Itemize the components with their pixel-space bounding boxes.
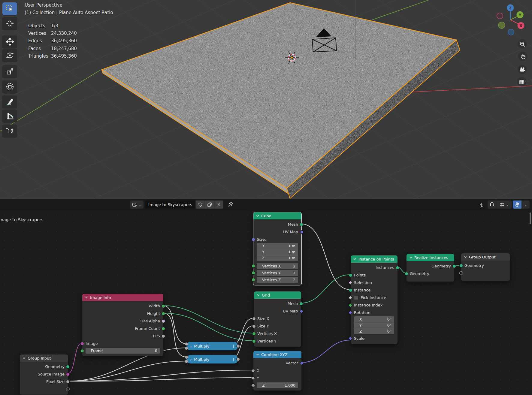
socket-cube-verticesy-in[interactable] (252, 271, 255, 275)
link-cubemesh-instance[interactable] (301, 224, 350, 290)
socket-multiply1-value-out[interactable] (236, 344, 240, 348)
link-gridmesh-points[interactable] (301, 275, 350, 303)
node-header[interactable]: Realize Instances (407, 254, 454, 261)
scrollbar[interactable] (530, 213, 531, 224)
pan-button[interactable] (518, 52, 527, 61)
gizmo-neg-x[interactable] (497, 13, 503, 19)
fake-user-button[interactable] (195, 201, 205, 209)
socket-cube-mesh-out[interactable] (300, 223, 303, 226)
orthographic-toggle-button[interactable] (517, 77, 526, 86)
socket-grid-sizex-in[interactable] (252, 317, 256, 321)
node-header[interactable]: Grid (254, 291, 301, 299)
new-copy-button[interactable] (205, 201, 214, 209)
socket-imageinfo-height-out[interactable] (162, 312, 165, 315)
node-cube[interactable]: Cube Mesh UV Map Size: X1 m Y1 m Z1 m Ve… (253, 212, 302, 285)
socket-combine-vector-out[interactable] (300, 361, 304, 365)
socket-multiply2-a-in[interactable] (185, 355, 188, 359)
navigation-gizmo[interactable]: Z Y X (494, 2, 530, 38)
socket-groupinput-geometry-out[interactable] (66, 365, 70, 369)
node-grid[interactable]: Grid Mesh UV Map Size X Size Y Vertices … (254, 291, 301, 347)
socket-multiply2-value-out[interactable] (236, 357, 240, 361)
expand-chevron-icon[interactable]: › (190, 344, 192, 348)
tool-move[interactable] (2, 35, 17, 48)
snap-target-dropdown[interactable]: ⌄ (497, 201, 512, 209)
node-header[interactable]: Group Input (20, 354, 68, 362)
tool-add-cube[interactable] (2, 125, 17, 137)
overlay-dropdown-button[interactable]: ⌄ (521, 201, 530, 209)
auto-offset-toggle-button[interactable] (513, 201, 521, 209)
node-multiply-1[interactable]: › Multiply ∥ (186, 342, 238, 351)
viewport-scene[interactable] (0, 0, 532, 199)
socket-iop-instances-out[interactable] (396, 266, 399, 270)
socket-imageinfo-framecount-out[interactable] (162, 327, 165, 330)
pick-instance-checkbox[interactable] (354, 295, 358, 300)
socket-groupoutput-geometry-in[interactable] (459, 264, 463, 267)
socket-groupoutput-virtual-in[interactable] (459, 271, 463, 275)
node-header[interactable]: Combine XYZ (253, 351, 301, 358)
node-header[interactable]: Cube (253, 212, 301, 219)
size-x-field[interactable]: X1 m (257, 243, 298, 249)
socket-imageinfo-fps-out[interactable] (162, 334, 165, 338)
camera-view-button[interactable] (518, 65, 527, 74)
socket-groupinput-virtual-out[interactable] (66, 387, 70, 391)
socket-iop-points-in[interactable] (349, 273, 352, 277)
unlink-button[interactable]: ✕ (214, 201, 223, 209)
node-realize-instances[interactable]: Realize Instances Geometry Geometry (406, 254, 455, 282)
socket-multiply2-b-in[interactable] (185, 360, 188, 363)
socket-cube-uvmap-out[interactable] (300, 230, 304, 234)
socket-combine-z-in[interactable] (251, 383, 255, 387)
link-width-multiply1[interactable] (163, 306, 186, 344)
tool-cursor[interactable] (2, 17, 17, 30)
link-pixelsize-combine-y[interactable] (68, 378, 253, 381)
size-y-field[interactable]: Y1 m (257, 249, 298, 255)
rotation-y-field[interactable]: Y0° (354, 322, 394, 328)
socket-multiply1-a-in[interactable] (185, 342, 188, 346)
node-instance-on-points[interactable]: Instance on Points Instances Points Sele… (350, 255, 398, 344)
node-header[interactable]: Image Info (82, 294, 163, 301)
socket-iop-selection-in[interactable] (348, 280, 352, 285)
node-multiply-2[interactable]: › Multiply ∥ (186, 355, 238, 364)
frame-field[interactable]: Frame0 (86, 348, 160, 354)
node-group-input[interactable]: Group Input Geometry Source Image Pixel … (20, 354, 68, 395)
socket-imageinfo-hasalpha-out[interactable] (162, 319, 165, 323)
socket-iop-instance-in[interactable] (349, 288, 352, 292)
link-width-verticesx[interactable] (163, 306, 254, 333)
socket-iop-scale-in[interactable] (348, 336, 352, 340)
socket-cube-verticesz-in[interactable] (252, 278, 255, 282)
node-image-info[interactable]: Image Info Width Height Has Alpha Frame … (82, 294, 164, 356)
socket-iop-pickinstance-in[interactable] (348, 295, 352, 300)
tool-rotate[interactable] (2, 49, 17, 62)
socket-imageinfo-width-out[interactable] (162, 304, 165, 308)
node-combine-xyz[interactable]: Combine XYZ Vector X Y Z1.000 (253, 351, 302, 391)
rotation-x-field[interactable]: X0° (354, 316, 394, 322)
link-pixelsize-multiply2[interactable] (68, 361, 186, 381)
size-z-field[interactable]: Z1 m (257, 255, 298, 261)
vertices-z-field[interactable]: Vertices Z2 (257, 277, 298, 283)
socket-imageinfo-frame-in[interactable] (80, 349, 84, 353)
tool-measure[interactable] (2, 110, 17, 122)
link-vector-scale[interactable] (301, 340, 350, 363)
expand-chevron-icon[interactable]: › (190, 357, 192, 362)
tool-select-box[interactable] (2, 2, 17, 15)
rotation-z-field[interactable]: Z0° (354, 328, 394, 334)
socket-grid-verticesx-in[interactable] (252, 332, 256, 336)
tool-annotate[interactable] (2, 95, 17, 108)
node-editor-canvas[interactable]: Image to Skyscrapers (0, 210, 532, 395)
socket-iop-instanceindex-in[interactable] (348, 303, 352, 307)
socket-imageinfo-image-in[interactable] (80, 342, 84, 345)
node-header[interactable]: Group Output (461, 253, 510, 261)
socket-cube-size-in[interactable] (252, 238, 255, 241)
socket-multiply1-b-in[interactable] (185, 346, 188, 350)
zoom-button[interactable] (518, 39, 527, 49)
socket-realize-geometry-out[interactable] (452, 264, 456, 268)
socket-iop-rotation-in[interactable] (348, 310, 352, 315)
link-height-verticesy[interactable] (163, 313, 254, 341)
vertices-x-field[interactable]: Vertices X2 (257, 263, 298, 269)
z-field[interactable]: Z1.000 (257, 382, 298, 388)
tool-transform[interactable] (2, 80, 17, 93)
node-group-output[interactable]: Group Output Geometry (461, 253, 510, 281)
gizmo-neg-z[interactable] (508, 29, 514, 35)
parent-tree-button[interactable] (477, 201, 486, 209)
vertices-y-field[interactable]: Vertices Y2 (257, 270, 298, 276)
socket-grid-verticesy-in[interactable] (252, 339, 256, 343)
